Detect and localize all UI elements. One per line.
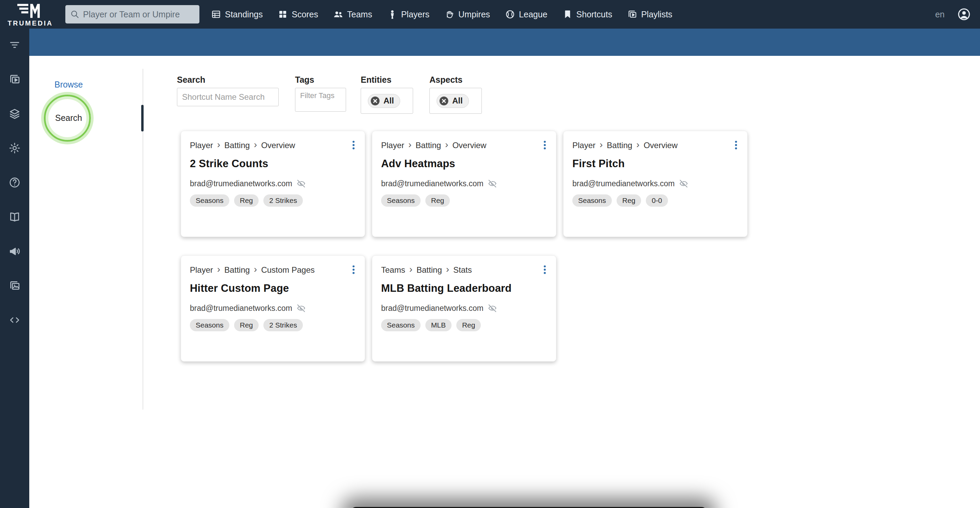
eye-off-icon (296, 303, 306, 313)
shortcut-card[interactable]: Teams›Batting›StatsMLB Batting Leaderboa… (372, 255, 556, 361)
nav-label: Umpires (458, 10, 490, 19)
nav-item-teams[interactable]: Teams (333, 9, 372, 19)
tag-pill: Reg (234, 319, 259, 331)
scrollbar-thumb[interactable] (141, 105, 143, 131)
card-owner-row: brad@trumedianetworks.com (381, 179, 547, 188)
video-playlist-icon (8, 73, 21, 86)
shortcut-card[interactable]: Player›Batting›Custom PagesHitter Custom… (181, 255, 365, 361)
tag-pill: Seasons (381, 194, 421, 207)
aspects-filter-box[interactable]: All (430, 88, 482, 114)
owner-email: brad@trumedianetworks.com (572, 179, 675, 188)
breadcrumb-part: Stats (453, 265, 472, 275)
chevron-right-icon: › (217, 140, 220, 151)
card-tags: SeasonsReg2 Strikes (190, 319, 356, 331)
sidebar-layers[interactable] (6, 105, 23, 122)
nav-label: Players (401, 10, 430, 19)
league-icon (505, 9, 515, 19)
card-tags: SeasonsMLBReg (381, 319, 547, 331)
breadcrumb-part: Overview (261, 141, 295, 150)
nav-label: Scores (292, 10, 318, 19)
nav-item-umpires[interactable]: Umpires (444, 9, 490, 19)
entities-filter-box[interactable]: All (361, 88, 413, 114)
tag-pill: MLB (425, 319, 452, 331)
kebab-menu-icon[interactable] (730, 139, 742, 151)
sidebar-help[interactable] (6, 174, 23, 191)
shortcut-name-search-field[interactable] (177, 88, 279, 106)
account-icon[interactable] (957, 7, 971, 21)
breadcrumb-part: Batting (417, 265, 442, 275)
search-link[interactable]: Search (55, 113, 82, 123)
nav-label: Teams (347, 10, 372, 19)
browse-link[interactable]: Browse (54, 80, 83, 89)
tag-pill: Seasons (190, 319, 229, 331)
aspects-filter-label: Aspects (430, 75, 482, 85)
tag-pill: Seasons (572, 194, 612, 207)
kebab-menu-icon[interactable] (348, 139, 360, 151)
kebab-menu-icon[interactable] (348, 264, 360, 275)
trumedia-logo[interactable]: TRUMEDIA (0, 2, 60, 27)
card-owner-row: brad@trumedianetworks.com (190, 303, 356, 313)
brand-text: TRUMEDIA (8, 19, 53, 27)
sidebar-video-playlist[interactable] (6, 71, 23, 88)
breadcrumb-part: Player (190, 265, 213, 275)
shortcut-name-search-input[interactable] (182, 92, 274, 102)
nav-item-standings[interactable]: Standings (211, 9, 263, 19)
playlists-icon (627, 9, 637, 19)
shortcut-card[interactable]: Player›Batting›Overview2 Strike Countsbr… (181, 131, 365, 237)
shortcut-card[interactable]: Player›Batting›OverviewAdv Heatmapsbrad@… (372, 131, 556, 237)
sidebar-gallery[interactable] (6, 277, 23, 294)
remove-chip-icon[interactable] (439, 96, 449, 106)
sidebar-settings[interactable] (6, 140, 23, 156)
main-content: Browse Search Search Tags Entities All (29, 56, 980, 508)
tag-pill: 2 Strikes (263, 319, 303, 331)
shortcut-card[interactable]: Player›Batting›OverviewFirst Pitchbrad@t… (563, 131, 748, 237)
nav-item-players[interactable]: Players (387, 9, 430, 19)
nav-item-shortcuts[interactable]: Shortcuts (563, 9, 612, 19)
breadcrumb-part: Player (190, 141, 213, 150)
eye-off-icon (488, 303, 497, 313)
global-search[interactable] (65, 5, 199, 24)
owner-email: brad@trumedianetworks.com (381, 304, 484, 313)
filter-icon (8, 39, 21, 51)
nav-label: Shortcuts (576, 10, 612, 19)
card-owner-row: brad@trumedianetworks.com (572, 179, 738, 188)
chevron-right-icon: › (254, 264, 257, 275)
sidebar-megaphone[interactable] (6, 243, 23, 260)
book-icon (8, 211, 21, 223)
left-icon-rail (0, 29, 29, 508)
entities-all-chip[interactable]: All (368, 94, 400, 108)
card-title: 2 Strike Counts (190, 158, 356, 170)
breadcrumb-part: Batting (607, 141, 632, 150)
shortcuts-icon (563, 9, 573, 19)
card-owner-row: brad@trumedianetworks.com (381, 303, 547, 313)
remove-chip-icon[interactable] (370, 96, 380, 106)
nav-label: League (519, 10, 547, 19)
chevron-right-icon: › (600, 140, 603, 151)
standings-icon (211, 9, 221, 19)
tags-filter-input[interactable] (300, 91, 341, 100)
kebab-menu-icon[interactable] (539, 264, 550, 275)
nav-item-playlists[interactable]: Playlists (627, 9, 672, 19)
tags-filter-field[interactable] (295, 88, 346, 111)
sidebar-book[interactable] (6, 209, 23, 225)
top-navigation-bar: TRUMEDIA StandingsScoresTeamsPlayersUmpi… (0, 0, 980, 29)
global-search-input[interactable] (83, 10, 195, 19)
chevron-right-icon: › (446, 264, 449, 275)
settings-icon (8, 142, 21, 154)
kebab-menu-icon[interactable] (539, 139, 550, 151)
card-breadcrumb: Player›Batting›Overview (190, 140, 356, 151)
layers-icon (8, 108, 21, 120)
sidebar-filter[interactable] (6, 37, 23, 53)
nav-item-league[interactable]: League (505, 9, 547, 19)
aspects-all-chip[interactable]: All (437, 94, 469, 108)
tag-pill: Reg (617, 194, 641, 207)
eye-off-icon (488, 179, 497, 188)
scores-icon (278, 9, 288, 19)
card-title: MLB Batting Leaderboard (381, 282, 547, 295)
sidebar-code[interactable] (6, 312, 23, 328)
breadcrumb-part: Batting (224, 141, 250, 150)
language-selector[interactable]: en (935, 10, 945, 19)
nav-item-scores[interactable]: Scores (278, 9, 318, 19)
owner-email: brad@trumedianetworks.com (190, 179, 292, 188)
tag-pill: Seasons (381, 319, 421, 331)
